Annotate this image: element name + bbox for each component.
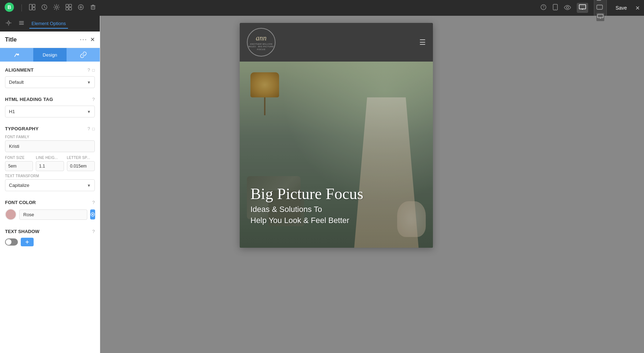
letter-spacing-label: LETTER SP...: [67, 156, 95, 160]
font-size-col: FONT SIZE: [5, 156, 33, 171]
heading-tag-help-icon[interactable]: ?: [92, 97, 95, 102]
heading-tag-dropdown[interactable]: H1 ▼: [5, 106, 95, 117]
canvas-area: ann ANOTHER MILLION MILES · BIG PICTURE …: [100, 16, 572, 353]
text-transform-label: TEXT TRANSFORM: [5, 174, 95, 178]
text-transform-dropdown[interactable]: Capitalize ▼: [5, 179, 95, 191]
svg-point-30: [8, 22, 10, 24]
site-logo-text: ann: [248, 34, 275, 42]
hero-text-block[interactable]: Big Picture Focus Ideas & Solutions To H…: [250, 185, 426, 226]
svg-text:B: B: [8, 4, 11, 10]
panel-title: Title: [5, 37, 17, 43]
svg-rect-14: [91, 6, 95, 9]
typography-help-icon[interactable]: ?: [88, 126, 90, 131]
close-button[interactable]: ×: [635, 4, 640, 11]
font-color-swatch[interactable]: [5, 209, 16, 220]
color-picker-button[interactable]: [90, 209, 95, 219]
font-color-title: Font Color: [5, 200, 36, 205]
alignment-dropdown[interactable]: Default ▼: [5, 76, 95, 88]
html-heading-tag-section: HTML Heading Tag ? H1 ▼: [5, 97, 95, 117]
letter-spacing-input[interactable]: [67, 161, 95, 171]
site-logo: ann ANOTHER MILLION MILES · BIG PICTURE …: [247, 28, 275, 57]
heading-tag-header: HTML Heading Tag ?: [5, 97, 95, 102]
top-toolbar: B: [0, 0, 644, 16]
svg-rect-7: [66, 4, 68, 7]
panel-close-button[interactable]: ✕: [90, 36, 95, 43]
font-color-row: [5, 209, 95, 220]
mobile-view-icon[interactable]: [552, 4, 558, 12]
text-shadow-title: Text Shadow: [5, 229, 39, 234]
text-shadow-section: Text Shadow ?: [5, 229, 95, 246]
svg-rect-3: [33, 4, 35, 7]
app-logo[interactable]: B: [4, 2, 14, 14]
desktop-active-icon[interactable]: [577, 3, 588, 13]
left-sidebar: Element Options Title ··· ✕ Design: [0, 16, 100, 353]
typography-section: Typography ? □ FONT FAMILY FONT SIZE: [5, 126, 95, 191]
delete-icon[interactable]: [90, 4, 96, 12]
typography-reset-icon[interactable]: □: [92, 126, 95, 131]
hero-script-text: Big Picture Focus: [250, 185, 426, 203]
dashboard-icon[interactable]: [65, 4, 72, 12]
panel-header: Title ··· ✕: [0, 32, 100, 48]
text-shadow-help-icon[interactable]: ?: [92, 229, 95, 234]
alignment-arrow-icon: ▼: [87, 80, 91, 84]
color-picker-icon: [90, 212, 95, 217]
font-color-help-icon[interactable]: ?: [92, 200, 95, 205]
help-icon[interactable]: ?: [540, 4, 547, 12]
hero-sans-line2: Help You Look & Feel Better: [250, 216, 349, 225]
device-tablet-option[interactable]: [596, 4, 604, 11]
hero-section: Big Picture Focus Ideas & Solutions To H…: [240, 62, 433, 248]
panel-more-button[interactable]: ···: [80, 36, 87, 43]
element-options-label: Element Options: [31, 21, 66, 26]
save-button[interactable]: Save: [613, 4, 630, 12]
typography-metrics-row: FONT SIZE LINE HEIG... LETTER SP...: [5, 156, 95, 171]
panel-header-actions: ··· ✕: [80, 36, 95, 43]
layout-tab[interactable]: [0, 48, 33, 62]
device-mobile-option[interactable]: [596, 0, 604, 3]
typography-header: Typography ? □: [5, 126, 95, 131]
global-settings-tab[interactable]: [4, 19, 14, 29]
elements-panel-tab[interactable]: [16, 19, 26, 29]
svg-rect-10: [69, 8, 72, 10]
text-transform-arrow-icon: ▼: [87, 183, 91, 188]
toolbar-left: B: [4, 2, 96, 14]
line-height-label: LINE HEIG...: [36, 156, 64, 160]
font-color-section: Font Color ?: [5, 200, 95, 220]
link-tab[interactable]: [67, 48, 100, 62]
design-tabs: Design: [0, 48, 100, 62]
heading-tag-arrow-icon: ▼: [87, 110, 91, 114]
font-family-label: FONT FAMILY: [5, 135, 95, 139]
font-color-header: Font Color ?: [5, 200, 95, 205]
text-shadow-toggle[interactable]: [5, 238, 18, 246]
add-icon[interactable]: [78, 4, 84, 12]
right-panel-area: [572, 16, 644, 353]
font-family-input[interactable]: [5, 140, 95, 152]
svg-point-20: [555, 9, 556, 10]
site-nav-icon[interactable]: ☰: [419, 38, 426, 47]
preview-icon[interactable]: [564, 4, 571, 12]
alignment-help-icon[interactable]: ?: [88, 67, 90, 73]
alignment-section: Alignment ? □ Default ▼: [5, 67, 95, 88]
heading-tag-value: H1: [9, 109, 15, 114]
design-tab[interactable]: Design: [33, 48, 67, 62]
text-shadow-add-button[interactable]: [21, 238, 34, 246]
font-size-label: FONT SIZE: [5, 156, 33, 160]
site-header: ann ANOTHER MILLION MILES · BIG PICTURE …: [240, 23, 433, 62]
alignment-header: Alignment ? □: [5, 67, 95, 73]
svg-rect-25: [597, 0, 601, 0]
element-options-tab[interactable]: Element Options: [29, 19, 68, 29]
svg-point-6: [55, 6, 58, 8]
heading-tag-title: HTML Heading Tag: [5, 97, 53, 102]
svg-rect-9: [66, 8, 68, 10]
device-desktop-option[interactable]: [596, 13, 604, 21]
hero-sans-line1: Ideas & Solutions To: [250, 205, 322, 214]
main-layout: Element Options Title ··· ✕ Design: [0, 16, 644, 353]
layout-icon[interactable]: [29, 4, 35, 12]
font-color-name-input[interactable]: [19, 209, 87, 220]
line-height-input[interactable]: [36, 161, 64, 171]
panel-content: Alignment ? □ Default ▼ HTML Heading Tag…: [0, 62, 100, 353]
font-size-input[interactable]: [5, 161, 33, 171]
svg-rect-4: [33, 8, 35, 10]
settings-icon[interactable]: [53, 4, 60, 12]
alignment-reset-icon[interactable]: □: [92, 68, 95, 73]
history-icon[interactable]: [41, 4, 48, 12]
